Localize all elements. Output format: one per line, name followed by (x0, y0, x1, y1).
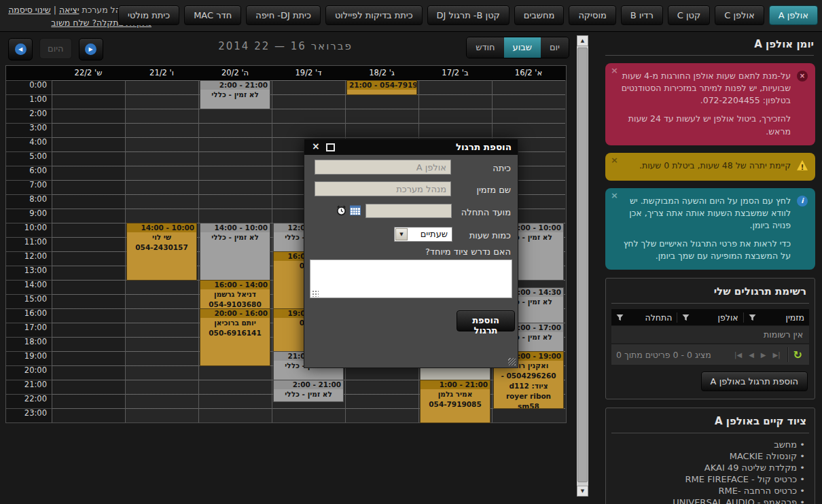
submit-practice-button[interactable]: הוספת תרגול (457, 310, 515, 331)
nav-tab-8[interactable]: כיתת DJ- חיפה (246, 5, 321, 25)
calendar-event[interactable]: 14:00 - 10:00לא זמין - כללי (200, 223, 270, 281)
hour-label: 13:00 (6, 266, 52, 280)
nav-tab-0[interactable]: אולפן A (769, 5, 818, 25)
hours-select[interactable]: ▼ שעתיים (394, 227, 452, 242)
event-detail: 054-9103680 (200, 300, 270, 309)
nav-tab-5[interactable]: מחשבים (514, 5, 565, 25)
hour-label: 6:00 (6, 166, 52, 180)
day-header-3: ד' 19/2 (272, 66, 345, 79)
hour-label: 20:00 (6, 365, 52, 380)
day-column-5[interactable]: 14:00 - 10:00שי לוי054-2430157 (125, 80, 198, 422)
nav-tab-4[interactable]: מוסיקה (569, 5, 615, 25)
nav-tab-6[interactable]: קטן B- תרגול DJ (427, 5, 510, 25)
class-field[interactable] (315, 160, 451, 175)
column-header-0: מזמין (743, 312, 809, 323)
modal-resize-handle[interactable] (508, 358, 516, 365)
nav-tab-1[interactable]: אולפן C (715, 5, 764, 25)
scroll-up-icon[interactable]: ▲ (577, 35, 588, 46)
clock-icon[interactable] (336, 204, 347, 216)
notice-warning: ×!קיימת יתרה של 48 שעות, ביטלת 0 שעות. (605, 153, 815, 181)
hour-label: 1:00 (6, 94, 52, 109)
requester-field[interactable] (315, 181, 451, 196)
hour-label: 3:00 (6, 123, 52, 137)
close-icon[interactable]: × (611, 155, 618, 165)
logout-link[interactable]: יציאה (59, 5, 79, 15)
warning-icon: ! (797, 160, 808, 170)
hour-label: 5:00 (6, 151, 52, 166)
nav-tab-10[interactable]: כיתת מולטי (118, 5, 179, 25)
event-detail: לא זמין - כללי (200, 90, 270, 100)
hour-label: 15:00 (6, 294, 52, 308)
link-separator: | (54, 5, 56, 15)
notices: ××על-מנת לתאם שעות אולפן החורגות מ-4 שעו… (594, 63, 822, 270)
top-navigation-bar: שלום מנהל מערכת יציאה | שינוי סיסמה נתקל… (0, 0, 822, 32)
start-time-field[interactable] (365, 204, 452, 218)
event-detail: 050-6916141 (200, 328, 270, 338)
hour-label: 14:00 (6, 280, 52, 294)
calendar-event[interactable]: 20:00 - 16:00יותם ברוכיאן050-6916141 (200, 308, 270, 366)
view-button-1[interactable]: שבוע (504, 37, 541, 58)
refresh-icon[interactable]: ↻ (791, 348, 804, 361)
scroll-down-icon[interactable]: ▼ (577, 486, 588, 497)
close-icon[interactable]: × (611, 190, 618, 200)
calendar-icon[interactable] (349, 205, 361, 217)
view-button-0[interactable]: יום (541, 37, 569, 58)
event-time-range: 16:00 - 14:00 (200, 281, 270, 289)
list-pager: מציג 0 - 0 פריטים מתוך 0 |◀ ◀ ▶ ▶| ↻ (611, 344, 809, 365)
calendar-event[interactable]: 14:00 - 10:00שי לוי054-2430157 (126, 223, 197, 281)
special-equipment-textarea[interactable] (310, 259, 512, 298)
day-column-6[interactable] (52, 80, 125, 422)
day-header-2: ג' 18/2 (345, 66, 418, 79)
pager-next-button[interactable]: ▶ (757, 351, 770, 359)
nav-tab-7[interactable]: כיתת בדיקות לפיילוט (325, 5, 423, 25)
notice-info: ×iלחץ עם הסמן על היום והשעה המבוקשת. יש … (605, 188, 815, 270)
chevron-down-icon: ▼ (395, 228, 408, 240)
empty-row: אין רשומות (611, 326, 809, 343)
nav-tab-2[interactable]: קטן C (668, 5, 710, 25)
view-button-2[interactable]: חודש (467, 37, 503, 58)
notice-text: כדי לראות את פרטי התרגול האישיים שלך לחץ… (616, 238, 791, 262)
nav-tab-9[interactable]: חדר MAC (184, 5, 241, 25)
event-time-range: 14:00 - 10:00 (200, 223, 270, 232)
filter-icon[interactable] (682, 314, 690, 321)
view-switcher: יוםשבועחודש (466, 37, 569, 58)
scrollbar-thumb[interactable] (577, 48, 588, 482)
error-icon: × (797, 71, 808, 82)
add-practice-button[interactable]: הוספת תרגול באולפן A (701, 372, 808, 391)
grid-header: א' 16/2ב' 17/2ג' 18/2ד' 19/2ה' 20/2ו' 21… (6, 66, 566, 80)
maximize-icon[interactable] (326, 143, 335, 151)
calendar-event[interactable]: 21:00 - 054-791908 (346, 80, 417, 95)
nav-tab-3[interactable]: רדיו B (621, 5, 663, 25)
my-practices-section: רשימת תרגולים שלי מזמיןאולפןהתחלה אין רש… (605, 278, 815, 399)
equipment-section: ציוד קיים באולפן A מחשבקונסולה MACKIEמקל… (605, 408, 815, 504)
change-password-link[interactable]: שינוי סיסמה (8, 5, 51, 15)
event-time-range: 2:00 - 21:00 (200, 81, 270, 90)
day-header-4: ה' 20/2 (198, 66, 272, 79)
calendar-event[interactable]: 2:00 - 21:00לא זמין - כללי (200, 80, 270, 109)
selected-hours: שעתיים (421, 229, 448, 239)
filter-icon[interactable] (749, 314, 756, 321)
modal-titlebar[interactable]: הוספת תרגול × (304, 139, 518, 155)
calendar-event[interactable]: 2:00 - 21:00לא זמין - כללי (273, 380, 344, 402)
filter-icon[interactable] (616, 314, 624, 321)
event-detail: royer ribon (494, 391, 563, 401)
pager-first-button[interactable]: |◀ (731, 351, 745, 359)
pager-last-button[interactable]: ▶| (770, 351, 784, 359)
day-header-5: ו' 21/2 (125, 66, 198, 79)
hour-label: 17:00 (6, 323, 52, 337)
hour-label: 18:00 (6, 337, 52, 351)
day-column-4[interactable]: 2:00 - 21:00לא זמין - כללי14:00 - 10:00ל… (198, 80, 272, 422)
add-row: הוספת תרגול באולפן A (613, 372, 808, 391)
calendar-event[interactable]: 16:00 - 14:00דניאל גרשמן054-9103680 (200, 280, 270, 309)
close-icon[interactable]: × (611, 65, 618, 75)
calendar-scrollbar[interactable]: ▲ ▼ (577, 35, 588, 497)
time-gutter: 0:001:002:003:004:005:006:007:008:009:00… (6, 80, 52, 422)
equipment-title: ציוד קיים באולפן A (611, 414, 809, 433)
textarea-resize-grip[interactable] (312, 290, 319, 297)
notice-text: קיימת יתרה של 48 שעות, ביטלת 0 שעות. (616, 160, 791, 172)
event-detail: לא זמין - כללי (274, 389, 343, 399)
calendar-event[interactable]: 1:00 - 21:00אמיר גלמן054-7919085 (420, 380, 490, 423)
pager-prev-button[interactable]: ◀ (745, 351, 757, 359)
column-label: מזמין (785, 312, 804, 323)
close-icon[interactable]: × (312, 141, 320, 151)
